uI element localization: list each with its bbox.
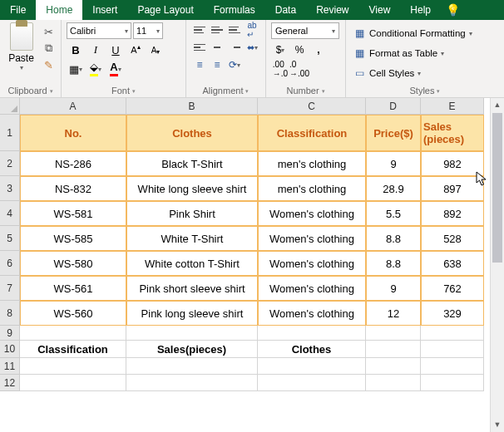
cell-D1[interactable]: Price($)	[366, 115, 421, 151]
cell-D4[interactable]: 5.5	[366, 201, 421, 226]
cell-A11[interactable]	[20, 358, 126, 375]
accounting-format-button[interactable]: $▾	[271, 42, 289, 58]
merge-button[interactable]: ⬌▾	[244, 40, 260, 55]
cell-E12[interactable]	[421, 375, 484, 391]
cell-E10[interactable]	[421, 341, 484, 358]
tab-review[interactable]: Review	[306, 0, 358, 20]
tab-formulas[interactable]: Formulas	[204, 0, 265, 20]
row-header-1[interactable]: 1	[0, 115, 20, 151]
align-left-button[interactable]	[191, 40, 208, 55]
number-format-select[interactable]: General▾	[271, 22, 339, 39]
font-size-select[interactable]: 11▾	[133, 22, 163, 39]
cell-A3[interactable]: NS-832	[20, 176, 126, 201]
cell-C4[interactable]: Women's clothing	[258, 201, 366, 226]
cell-C3[interactable]: men's clothing	[258, 176, 366, 201]
cell-B5[interactable]: White T-Shirt	[126, 226, 258, 251]
copy-button[interactable]: ⧉	[41, 41, 56, 56]
increase-indent-button[interactable]: ≡	[209, 57, 225, 72]
percent-button[interactable]: %	[290, 42, 309, 58]
cut-button[interactable]: ✂	[41, 24, 56, 39]
italic-button[interactable]: I	[86, 42, 105, 58]
cell-A4[interactable]: WS-581	[20, 201, 126, 226]
underline-button[interactable]: U	[106, 42, 125, 58]
cell-E7[interactable]: 762	[421, 276, 484, 301]
cell-C11[interactable]	[258, 358, 366, 375]
cell-B6[interactable]: White cotton T-Shirt	[126, 251, 258, 276]
conditional-formatting-button[interactable]: ▦Conditional Formatting▾	[351, 24, 499, 42]
cell-C6[interactable]: Women's clothing	[258, 251, 366, 276]
wrap-text-button[interactable]: ab↵	[244, 22, 260, 37]
cell-A9[interactable]	[20, 326, 126, 341]
tab-view[interactable]: View	[359, 0, 401, 20]
cell-D8[interactable]: 12	[366, 301, 421, 326]
row-header-2[interactable]: 2	[0, 151, 20, 176]
cell-B4[interactable]: Pink Shirt	[126, 201, 258, 226]
format-as-table-button[interactable]: ▦Format as Table▾	[351, 44, 499, 62]
cell-A10[interactable]: Classification	[20, 341, 126, 358]
cell-A1[interactable]: No.	[20, 115, 126, 151]
tab-file[interactable]: File	[0, 0, 36, 20]
vertical-scrollbar[interactable]: ▲ ▼	[490, 98, 504, 432]
cell-D7[interactable]: 9	[366, 276, 421, 301]
cell-B1[interactable]: Clothes	[126, 115, 258, 151]
cell-D2[interactable]: 9	[366, 151, 421, 176]
row-header-3[interactable]: 3	[0, 176, 20, 201]
align-top-button[interactable]	[191, 22, 208, 37]
cell-B12[interactable]	[126, 375, 258, 391]
row-header-6[interactable]: 6	[0, 251, 20, 276]
cell-E9[interactable]	[421, 326, 484, 341]
cell-B10[interactable]: Sales(pieces)	[126, 341, 258, 358]
grow-font-button[interactable]: A▴	[126, 42, 145, 58]
cell-D10[interactable]	[366, 341, 421, 358]
cell-A8[interactable]: WS-560	[20, 301, 126, 326]
fill-color-button[interactable]: ⬙▾	[86, 61, 105, 77]
cell-B9[interactable]	[126, 326, 258, 341]
cell-C7[interactable]: Women's clothing	[258, 276, 366, 301]
orientation-button[interactable]: ⟳▾	[226, 57, 243, 72]
cell-A5[interactable]: WS-585	[20, 226, 126, 251]
row-header-10[interactable]: 10	[0, 341, 20, 358]
scroll-up-button[interactable]: ▲	[491, 98, 504, 112]
cell-B11[interactable]	[126, 358, 258, 375]
column-header-B[interactable]: B	[126, 98, 258, 115]
tab-pagelayout[interactable]: Page Layout	[127, 0, 203, 20]
row-header-5[interactable]: 5	[0, 226, 20, 251]
column-header-A[interactable]: A	[20, 98, 126, 115]
cell-D3[interactable]: 28.9	[366, 176, 421, 201]
border-button[interactable]: ▦▾	[67, 61, 85, 77]
tab-home[interactable]: Home	[36, 0, 82, 20]
cell-C12[interactable]	[258, 375, 366, 391]
cell-A2[interactable]: NS-286	[20, 151, 126, 176]
cell-E4[interactable]: 892	[421, 201, 484, 226]
cell-A12[interactable]	[20, 375, 126, 391]
cell-B7[interactable]: Pink short sleeve shirt	[126, 276, 258, 301]
cell-C8[interactable]: Women's clothing	[258, 301, 366, 326]
cell-D5[interactable]: 8.8	[366, 226, 421, 251]
decrease-decimal-button[interactable]: .0→.00	[290, 61, 309, 77]
cell-B3[interactable]: White long sleeve shirt	[126, 176, 258, 201]
column-header-D[interactable]: D	[366, 98, 421, 115]
cell-D12[interactable]	[366, 375, 421, 391]
tell-me-icon[interactable]: 💡	[441, 0, 465, 20]
row-header-4[interactable]: 4	[0, 201, 20, 226]
increase-decimal-button[interactable]: .00→.0	[271, 61, 289, 77]
bold-button[interactable]: B	[67, 42, 85, 58]
worksheet[interactable]: ABCDE 1No.ClothesClassificationPrice($)S…	[0, 98, 504, 391]
paste-button[interactable]: Paste ▾	[5, 22, 37, 71]
cell-A6[interactable]: WS-580	[20, 251, 126, 276]
comma-button[interactable]: ,	[309, 42, 328, 58]
shrink-font-button[interactable]: A▾	[146, 42, 165, 58]
cell-D9[interactable]	[366, 326, 421, 341]
cell-E11[interactable]	[421, 358, 484, 375]
column-header-C[interactable]: C	[258, 98, 366, 115]
font-name-select[interactable]: Calibri▾	[67, 22, 131, 39]
cell-C2[interactable]: men's clothing	[258, 151, 366, 176]
cell-B2[interactable]: Black T-Shirt	[126, 151, 258, 176]
row-header-9[interactable]: 9	[0, 326, 20, 341]
align-right-button[interactable]	[226, 40, 243, 55]
scroll-down-button[interactable]: ▼	[491, 418, 504, 432]
align-bottom-button[interactable]	[226, 22, 243, 37]
row-header-8[interactable]: 8	[0, 301, 20, 326]
cell-D11[interactable]	[366, 358, 421, 375]
cell-C1[interactable]: Classification	[258, 115, 366, 151]
